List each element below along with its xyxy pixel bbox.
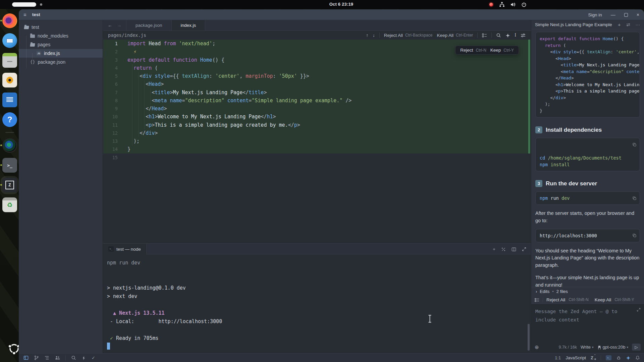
dock-thunderbird[interactable] <box>2 33 17 48</box>
tree-item-package.json[interactable]: {}package.json <box>19 58 103 66</box>
tree-item-node_modules[interactable]: node_modules <box>19 32 103 40</box>
new-thread-icon[interactable]: + <box>618 22 621 27</box>
split-pane-icon[interactable] <box>501 246 506 251</box>
dock-files[interactable] <box>2 53 17 68</box>
terminal-output[interactable]: npm run dev > nextjs-landing@0.1.0 dev> … <box>103 254 531 353</box>
new-terminal-icon[interactable]: + <box>493 247 495 252</box>
git-branch-icon[interactable] <box>34 355 39 360</box>
dock-zed[interactable] <box>2 178 17 192</box>
search-icon[interactable] <box>496 33 501 38</box>
nav-back-icon[interactable]: ← <box>108 23 112 28</box>
text-cursor-icon[interactable]: I <box>515 33 516 38</box>
nav-forward-icon[interactable]: → <box>117 23 122 28</box>
terminal-toggle-icon[interactable]: >_ <box>606 355 611 360</box>
tree-item-index.js[interactable]: JSindex.js <box>19 49 103 58</box>
breadcrumb[interactable]: pages/index.js <box>108 33 146 38</box>
help-icon: ? <box>2 112 17 127</box>
model-dropdown[interactable]: gpt-oss:20b▾ <box>597 345 628 350</box>
tree-item-test[interactable]: test <box>19 23 103 32</box>
step-number-badge: 3 <box>535 180 542 187</box>
edit-prediction-icon[interactable]: Z⌃ <box>591 355 596 360</box>
keep-all-edits-shortcut: Ctrl-Shift-Y <box>614 297 634 302</box>
reject-all-button[interactable]: Reject All <box>384 33 403 38</box>
rhythmbox-icon <box>2 73 17 87</box>
debugger-icon[interactable] <box>616 355 621 360</box>
activities-indicator[interactable] <box>12 2 36 7</box>
assistant-code-block: npm run dev <box>535 191 640 205</box>
agent-message-input[interactable]: Message the Zed Agent — @ to include con… <box>535 307 629 324</box>
dock-firefox[interactable] <box>2 13 17 28</box>
folder-icon <box>30 35 35 38</box>
volume-icon[interactable] <box>510 2 516 7</box>
inline-assist-icon[interactable] <box>505 33 510 38</box>
outline-icon[interactable] <box>44 355 49 360</box>
code-lines: 1import Head from 'next/head';2 ⚡3export… <box>103 40 531 162</box>
keep-hunk-button[interactable]: Keep <box>490 48 501 53</box>
dock-rhythmbox[interactable] <box>2 73 17 87</box>
tree-item-pages[interactable]: pages <box>19 40 103 49</box>
dock-terminal[interactable]: >_ <box>2 158 17 173</box>
keep-all-button[interactable]: Keep All <box>437 33 453 38</box>
assistant-zap-icon[interactable] <box>82 356 86 360</box>
sign-in-button[interactable]: Sign in <box>588 12 602 17</box>
cursor-position[interactable]: 1:1 <box>555 355 561 360</box>
assistant-sparkle-icon[interactable] <box>626 356 631 360</box>
copy-icon[interactable] <box>632 194 637 201</box>
tab-index.js[interactable]: index.js <box>172 20 206 31</box>
assistant-code-block: export default function Home() { return … <box>535 32 640 118</box>
prev-hunk-icon[interactable]: ↑ <box>366 33 368 38</box>
minimize-button[interactable]: — <box>611 12 615 17</box>
close-button[interactable]: × <box>637 12 639 17</box>
terminal-cursor <box>107 343 110 350</box>
expand-composer-icon[interactable] <box>637 307 641 312</box>
keep-all-edits-button[interactable]: Keep All <box>595 297 611 302</box>
expand-icon[interactable] <box>522 247 526 252</box>
thread-title[interactable]: Simple Next.js Landing Page Example <box>535 22 618 27</box>
notifications-bell-icon[interactable] <box>635 355 640 360</box>
tab-strip: package.jsonindex.js <box>126 20 205 31</box>
terminal-tab[interactable]: >_ test — node <box>103 244 147 254</box>
thread-history-icon[interactable] <box>626 22 631 27</box>
mode-dropdown[interactable]: Write▾ <box>581 345 594 350</box>
search-icon[interactable] <box>71 355 76 360</box>
reject-hunk-button[interactable]: Reject <box>460 48 473 53</box>
review-list-icon[interactable] <box>482 33 487 38</box>
copy-icon[interactable] <box>632 141 637 147</box>
next-hunk-icon[interactable]: ↓ <box>373 33 375 38</box>
overflow-menu-icon[interactable]: ··· <box>636 22 640 27</box>
maximize-button[interactable] <box>624 13 628 17</box>
dock-libreoffice[interactable] <box>2 93 17 107</box>
thunderbird-icon <box>2 33 17 48</box>
send-icon[interactable]: ▷ <box>632 344 641 351</box>
columns-icon[interactable] <box>512 246 516 251</box>
editor-controls-icon[interactable] <box>521 33 526 38</box>
dock-camera[interactable] <box>2 138 17 153</box>
reject-all-edits-button[interactable]: Reject All <box>546 297 565 302</box>
window-titlebar[interactable]: ≡ test Sign in — × <box>19 9 644 20</box>
clock[interactable]: Oct 6 23:19 <box>319 2 364 7</box>
scrollbar-diff-marker[interactable] <box>528 40 530 154</box>
terminal-scrollbar[interactable] <box>528 324 530 351</box>
collaboration-icon[interactable] <box>55 355 60 360</box>
copy-icon[interactable] <box>632 232 637 239</box>
assistant-paragraph: That’s it—your simple Next.js landing pa… <box>535 274 640 287</box>
language-selector[interactable]: JavaScript <box>566 355 586 360</box>
keep-all-shortcut: Ctrl-Enter <box>456 33 473 38</box>
diagnostics-check-icon[interactable]: ✓ <box>92 355 95 360</box>
terminal-row: ▲ Next.js 13.5.11 <box>107 309 531 317</box>
tab-package.json[interactable]: package.json <box>126 20 172 31</box>
thread-content[interactable]: export default function Home() { return … <box>531 30 644 287</box>
network-icon[interactable] <box>499 2 505 7</box>
add-context-icon[interactable]: ⊕ <box>535 344 539 350</box>
code-editor[interactable]: 1import Head from 'next/head';2 ⚡3export… <box>103 40 531 243</box>
project-name[interactable]: test <box>32 12 40 17</box>
review-list-icon[interactable] <box>535 297 539 302</box>
project-panel-toggle-icon[interactable] <box>23 355 29 360</box>
app-menu-icon[interactable]: ≡ <box>23 12 26 17</box>
dock-help[interactable]: ? <box>2 112 17 127</box>
edits-header[interactable]: › Edits • 2 files <box>531 287 644 296</box>
power-icon[interactable] <box>521 2 527 7</box>
assistant-code-block: cd /home/sglang/Documents/testnpm instal… <box>535 138 640 171</box>
assistant-code-block: http://localhost:3000 <box>535 229 640 242</box>
dock-trash[interactable]: ♻ <box>2 197 17 212</box>
